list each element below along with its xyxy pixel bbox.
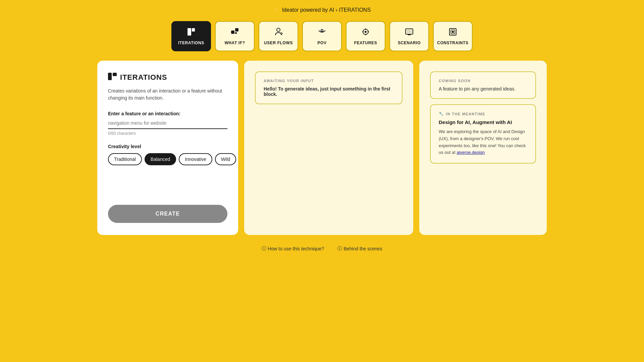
panel-title-text: ITERATIONS <box>120 73 167 82</box>
awaiting-label: AWAITING YOUR INPUT <box>264 79 394 83</box>
userflows-tab-icon <box>274 27 283 38</box>
awaiting-text: Hello! To generate ideas, just input som… <box>264 86 394 97</box>
header-breadcrumb: ⚡ Ideator powered by AI › ITERATIONS <box>273 7 371 13</box>
svg-point-7 <box>321 30 323 31</box>
panel-title: ITERATIONS <box>108 73 227 82</box>
coming-soon-card: COMING SOON A feature to pin any generat… <box>430 71 536 99</box>
svg-rect-15 <box>407 30 412 33</box>
tab-iterations[interactable]: ITERATIONS <box>171 21 211 51</box>
svg-rect-20 <box>452 31 454 33</box>
how-to-link[interactable]: ⓘ How to use this technique? <box>262 246 324 252</box>
creativity-traditional[interactable]: Traditional <box>108 153 142 165</box>
creativity-wild[interactable]: Wild <box>215 153 236 165</box>
meantime-icon: 🔧 <box>439 112 444 116</box>
create-button[interactable]: CREATE <box>108 205 227 223</box>
left-panel: ITERATIONS Creates variations of an inte… <box>97 61 238 235</box>
whatif-tab-icon <box>230 27 239 38</box>
svg-rect-4 <box>235 32 237 34</box>
coming-soon-label: COMING SOON <box>439 79 527 83</box>
behind-scenes-link[interactable]: ⓘ Behind the scenes <box>337 246 382 252</box>
svg-rect-1 <box>192 28 195 32</box>
tab-scenario[interactable]: SCENARIO <box>389 21 429 51</box>
meantime-label: 🔧 IN THE MEANTIME <box>439 112 527 116</box>
right-panel: COMING SOON A feature to pin any generat… <box>419 61 547 235</box>
char-count: 0/60 characters <box>108 131 227 136</box>
meantime-title: Design for AI, Augment with AI <box>439 119 527 125</box>
input-label: Enter a feature or an interaction: <box>108 111 227 116</box>
creativity-buttons: Traditional Balanced Innovative Wild <box>108 153 227 165</box>
info-icon-2: ⓘ <box>337 246 342 252</box>
tab-what-if[interactable]: WHAT IF? <box>215 21 255 51</box>
features-tab-icon <box>361 27 370 38</box>
svg-rect-0 <box>187 28 191 36</box>
feature-input[interactable] <box>108 119 227 129</box>
awaiting-card: AWAITING YOUR INPUT Hello! To generate i… <box>255 71 402 104</box>
svg-rect-3 <box>235 28 238 32</box>
panel-description: Creates variations of an interaction or … <box>108 87 227 102</box>
panel-title-icon <box>108 73 117 82</box>
creativity-balanced[interactable]: Balanced <box>145 153 176 165</box>
svg-point-5 <box>277 28 280 32</box>
tab-user-flows[interactable]: USER FLOWS <box>259 21 298 51</box>
meantime-text: We are exploring the space of AI and Des… <box>439 128 527 156</box>
svg-rect-21 <box>108 73 112 80</box>
iterations-tab-icon <box>186 27 196 38</box>
scenario-tab-icon <box>405 27 414 38</box>
footer: ⓘ How to use this technique? ⓘ Behind th… <box>262 246 382 252</box>
bolt-icon: ⚡ <box>273 7 280 13</box>
main-content: ITERATIONS Creates variations of an inte… <box>97 61 547 235</box>
info-icon-1: ⓘ <box>262 246 266 252</box>
svg-rect-22 <box>113 73 117 76</box>
tab-features[interactable]: FEATURES <box>346 21 385 51</box>
nav-tabs: ITERATIONS WHAT IF? USER FLOWS <box>171 21 473 51</box>
meantime-card: 🔧 IN THE MEANTIME Design for AI, Augment… <box>430 104 536 164</box>
creativity-label: Creativity level <box>108 144 227 149</box>
constraints-tab-icon <box>448 27 458 38</box>
tab-pov[interactable]: POV <box>302 21 342 51</box>
meantime-link[interactable]: aiverse.design <box>457 150 485 155</box>
tab-constraints[interactable]: CONSTRAINTS <box>433 21 473 51</box>
creativity-innovative[interactable]: Innovative <box>179 153 212 165</box>
middle-panel: AWAITING YOUR INPUT Hello! To generate i… <box>244 61 413 235</box>
svg-rect-2 <box>231 31 234 34</box>
svg-point-9 <box>365 31 367 33</box>
coming-soon-text: A feature to pin any generated ideas. <box>439 86 527 92</box>
pov-tab-icon <box>317 27 327 38</box>
